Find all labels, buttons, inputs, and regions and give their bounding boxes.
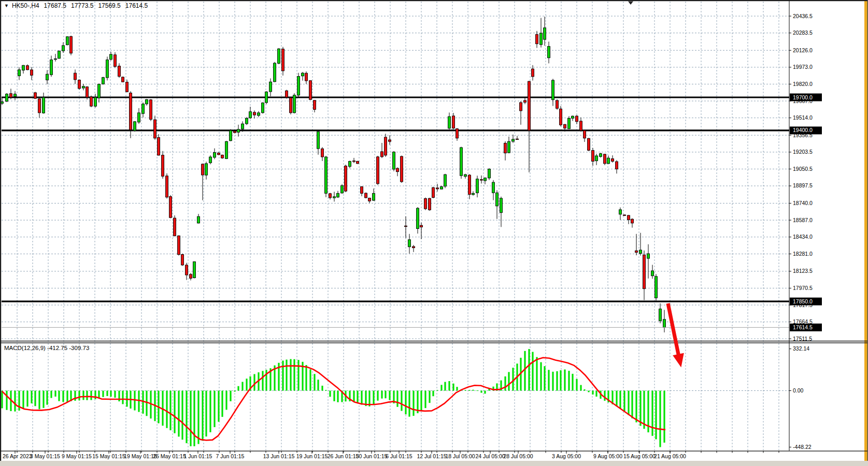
x-axis-label: 9 May 01:15 [62,453,92,459]
price-axis-label: 20126.0 [793,47,813,53]
macd-axis-label: -448.22 [793,444,812,450]
trading-chart-window: 20436.520283.520126.019973.019820.019667… [0,0,868,466]
ohlc-close: 17614.5 [125,2,148,9]
x-axis-label: 19 Jun 01:15 [296,453,328,459]
x-axis-label: 15 Aug 05:00 [623,453,656,459]
price-axis-label: 18434.0 [793,234,813,240]
bottom-strip [0,461,868,466]
price-axis-label: 19820.0 [793,81,813,87]
price-axis-label: 18587.0 [793,217,813,223]
macd-indicator-label: MACD(12,26,9) -412.75 -309.73 [4,345,89,351]
price-axis-label: 18281.0 [793,251,813,257]
ohlc-open: 17687.5 [44,2,66,9]
x-axis-label: 3 Aug 05:00 [552,453,581,459]
ohlc-high: 17773.5 [71,2,93,9]
x-axis-label: 6 Jul 01:15 [386,453,412,459]
x-axis-label: 7 Jun 01:15 [216,453,245,459]
x-axis-label: 24 Jul 05:00 [475,453,505,459]
price-axis-label: 19203.5 [793,149,813,155]
price-level-badge-text: 17850.0 [793,298,813,304]
window-right-edge [864,0,867,461]
macd-axis-label: 0.00 [793,387,804,394]
price-axis-label: 18123.5 [793,268,813,274]
price-axis-label: 20436.5 [793,13,813,19]
x-axis-label: 19 May 01:15 [124,453,157,459]
x-axis-label: 3 May 01:15 [30,453,60,459]
symbol-period-label: HK50-,H4 [12,2,39,9]
chart-canvas[interactable]: 20436.520283.520126.019973.019820.019667… [0,0,868,466]
price-axis-label: 18740.0 [793,200,813,206]
price-level-badge-text: 19700.0 [793,94,813,100]
x-axis-label: 12 Jul 01:15 [417,453,446,459]
price-axis-label: 20283.5 [793,30,813,36]
x-axis-label: 28 Jul 05:00 [503,453,533,459]
x-axis-label: 18 Jul 05:00 [445,453,475,459]
x-axis-label: 30 Jun 01:15 [356,453,388,459]
price-level-badge-text: 17614.5 [793,324,813,330]
x-axis-label: 26 Jun 01:15 [328,453,359,459]
price-level-badge-text: 19400.0 [793,127,813,133]
price-axis-label: 19973.0 [793,64,813,70]
symbol-header[interactable]: ▼HK50-,H417687.517773.517569.517614.5 [4,2,148,9]
macd-axis-label: 332.14 [793,345,809,352]
price-axis-label: 19050.5 [793,166,813,172]
x-axis-label: 13 Jun 01:15 [263,453,295,459]
chevron-down-icon[interactable]: ▼ [4,3,9,8]
price-axis-label: 19514.0 [793,114,813,121]
price-axis-label: 17970.5 [793,285,813,291]
x-axis-label: 21 Aug 05:00 [654,453,686,459]
price-axis-label: 17511.5 [793,336,812,342]
price-axis-label: 18897.5 [793,182,813,188]
x-axis-label: 15 May 01:15 [92,453,125,459]
x-axis-label: 1 Jun 01:15 [184,453,212,459]
ohlc-low: 17569.5 [98,2,120,9]
x-axis-label: 26 Apr 2023 [3,453,32,459]
x-axis-label: 9 Aug 05:00 [593,453,622,459]
x-axis-label: 25 May 01:15 [153,453,186,459]
